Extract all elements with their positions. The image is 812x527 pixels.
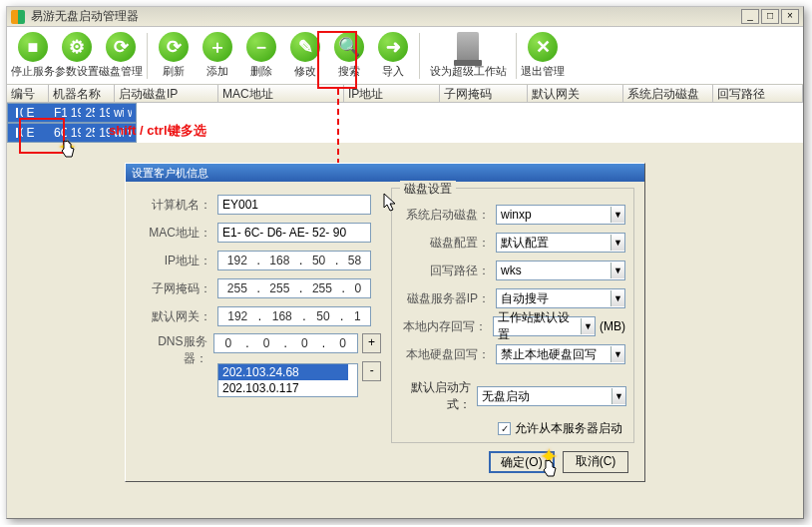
label-srv: 磁盘服务器IP： (400, 290, 490, 307)
wb-select[interactable]: wks▼ (496, 261, 625, 280)
window-title: 易游无盘启动管理器 (31, 8, 741, 25)
client-settings-dialog: 设置客户机信息 计算机名： MAC地址： IP地址：192.168.50.58 … (125, 163, 645, 482)
bootmode-select[interactable]: 无盘启动▼ (477, 386, 626, 406)
mac-input[interactable] (217, 223, 371, 243)
settings-button[interactable]: ⚙参数设置 (57, 30, 97, 82)
ok-button[interactable]: 确定(O) (489, 451, 555, 473)
checkbox-label: 允许从本服务器启动 (515, 420, 622, 437)
label-bootmode: 默认启动方式： (391, 379, 471, 413)
titlebar: 易游无盘启动管理器 _ □ × (7, 7, 803, 27)
toolbar: ■停止服务 ⚙参数设置 ⟳磁盘管理 ⟳刷新 ＋添加 －删除 ✎修改 🔍搜索 ➜导… (7, 27, 803, 85)
ip-input[interactable]: 192.168.50.58 (217, 251, 371, 270)
exit-button[interactable]: ✕退出管理 (523, 30, 563, 82)
stop-service-button[interactable]: ■停止服务 (13, 30, 53, 82)
label-pc: 计算机名： (136, 197, 211, 214)
gw-input[interactable]: 192.168.50.1 (217, 306, 371, 326)
label-mem: 本地内存回写： (400, 318, 487, 335)
list-item[interactable]: 202.103.24.68 (218, 364, 348, 380)
col-mac[interactable]: MAC地址 (218, 85, 344, 102)
label-cfg: 磁盘配置： (400, 235, 490, 252)
chevron-down-icon: ▼ (610, 290, 624, 306)
search-button[interactable]: 🔍搜索 (329, 30, 369, 82)
dns-add-button[interactable]: + (362, 333, 381, 353)
hdd-select[interactable]: 禁止本地硬盘回写▼ (496, 344, 625, 364)
col-mask[interactable]: 子网掩码 (440, 85, 528, 102)
cfg-select[interactable]: 默认配置▼ (496, 233, 625, 253)
pc-name-input[interactable] (217, 195, 371, 215)
super-workstation-button[interactable]: 设为超级工作站 (426, 30, 510, 82)
allow-boot-checkbox[interactable]: ✓ (498, 422, 511, 435)
dialog-title: 设置客户机信息 (126, 164, 644, 182)
annotation-multiselect: shift / ctrl键多选 (109, 122, 206, 140)
server-icon (457, 32, 479, 62)
srv-select[interactable]: 自动搜寻▼ (496, 288, 625, 308)
import-button[interactable]: ➜导入 (373, 30, 413, 82)
col-gw[interactable]: 默认网关 (528, 85, 623, 102)
table-header: 编号 机器名称 启动磁盘IP MAC地址 IP地址 子网掩码 默认网关 系统启动… (7, 85, 803, 103)
chevron-down-icon: ▼ (610, 263, 624, 278)
label-gw: 默认网关： (136, 308, 211, 325)
table-row[interactable]: 001 EY001 F1-6C-D6-AE-52-90 192.168.50.5… (7, 103, 137, 123)
mem-select[interactable]: 工作站默认设置▼ (493, 316, 596, 336)
disk-mgmt-button[interactable]: ⟳磁盘管理 (101, 30, 141, 82)
minimize-button[interactable]: _ (741, 9, 759, 24)
label-ip: IP地址： (136, 253, 211, 269)
chevron-down-icon: ▼ (610, 235, 624, 251)
chevron-down-icon: ▼ (611, 388, 625, 404)
close-button[interactable]: × (781, 9, 799, 24)
pc-icon (16, 128, 18, 138)
delete-button[interactable]: －删除 (241, 30, 281, 82)
app-icon (11, 10, 25, 24)
col-name[interactable]: 机器名称 (49, 85, 115, 102)
unit-mb: (MB) (600, 319, 625, 333)
col-bootdisk[interactable]: 系统启动磁盘 (623, 85, 713, 102)
label-bootdisk: 系统启动磁盘： (400, 207, 490, 224)
label-wb: 回写路径： (400, 263, 490, 279)
add-button[interactable]: ＋添加 (198, 30, 237, 82)
refresh-button[interactable]: ⟳刷新 (154, 30, 194, 82)
col-ip[interactable]: IP地址 (344, 85, 440, 102)
chevron-down-icon: ▼ (581, 318, 595, 334)
dns-remove-button[interactable]: - (362, 361, 381, 381)
group-title: 磁盘设置 (400, 181, 456, 195)
dns-input[interactable]: 0.0.0.0 (213, 333, 359, 353)
col-id[interactable]: 编号 (7, 85, 49, 102)
app-window: 易游无盘启动管理器 _ □ × ■停止服务 ⚙参数设置 ⟳磁盘管理 ⟳刷新 ＋添… (6, 6, 804, 519)
edit-button[interactable]: ✎修改 (285, 30, 325, 82)
label-mask: 子网掩码： (136, 280, 211, 297)
pc-icon (16, 108, 18, 118)
mask-input[interactable]: 255.255.255.0 (217, 278, 371, 298)
label-mac: MAC地址： (136, 225, 211, 242)
chevron-down-icon: ▼ (610, 346, 624, 362)
dns-listbox[interactable]: 202.103.24.68 202.103.0.117 (217, 363, 358, 397)
col-bootip[interactable]: 启动磁盘IP (115, 85, 218, 102)
list-item[interactable]: 202.103.0.117 (218, 380, 357, 396)
label-dns: DNS服务器： (136, 333, 207, 367)
col-wb[interactable]: 回写路径 (713, 85, 803, 102)
chevron-down-icon: ▼ (610, 207, 624, 223)
bootdisk-select[interactable]: winxp▼ (496, 205, 625, 225)
label-hdd: 本地硬盘回写： (400, 346, 490, 363)
cancel-button[interactable]: 取消(C) (563, 451, 628, 473)
maximize-button[interactable]: □ (761, 9, 779, 24)
